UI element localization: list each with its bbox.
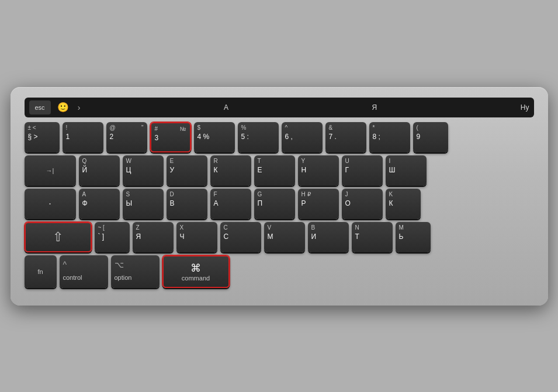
key-s[interactable]: S Ы [123,189,164,219]
key-1[interactable]: ! 1 [63,122,103,152]
key-c[interactable]: C С [220,222,261,252]
key-control[interactable]: ^ control [60,255,108,288]
key-command[interactable]: ⌘ command [162,255,230,288]
key-k[interactable]: K К [386,189,421,219]
row-modifiers: fn ^ control ⌥ option ⌘ command [25,255,534,288]
key-3[interactable]: # № 3 [150,122,191,152]
key-u[interactable]: U Г [342,155,383,186]
keyboard: esc 🙂 › A Я Ну ± < § > ! 1 @ " 2 [11,87,548,306]
row-qwerty: →| Q Й W Ц E У R К T Е Y [25,155,534,186]
key-section[interactable]: ± < § > [25,122,60,152]
key-7[interactable]: & 7 . [325,122,366,152]
key-9[interactable]: ( 9 [413,122,448,152]
keyboard-rows: ± < § > ! 1 @ " 2 # № 3 $ 4 [25,122,534,288]
key-tab[interactable]: →| [25,155,76,186]
key-capslock[interactable]: · [25,189,76,219]
key-t[interactable]: T Е [254,155,295,186]
key-y[interactable]: Y Н [298,155,339,186]
tb-emoji[interactable]: 🙂 [54,102,72,113]
key-option[interactable]: ⌥ option [111,255,160,288]
key-n[interactable]: N Т [352,222,393,252]
key-2[interactable]: @ " 2 [106,122,147,152]
tb-chevron: › [78,103,81,112]
tb-nu: Ну [521,103,529,112]
key-w[interactable]: W Ц [123,155,164,186]
tb-a: A [224,103,228,112]
key-e[interactable]: E У [167,155,207,186]
key-8[interactable]: * 8 ; [369,122,410,152]
tb-ya: Я [372,103,377,112]
key-z[interactable]: Z Я [133,222,174,252]
tb-esc[interactable]: esc [29,100,51,115]
key-v[interactable]: V М [264,222,305,252]
key-a[interactable]: A Ф [79,189,120,219]
row-zxcv: ⇧ ~ [ ` ] Z Я X Ч C С V М B [25,222,534,252]
key-backtick[interactable]: ~ [ ` ] [95,222,130,252]
key-j[interactable]: J О [342,189,383,219]
key-i[interactable]: I Ш [386,155,427,186]
key-h[interactable]: H ₽ Р [298,189,339,219]
key-f[interactable]: F А [210,189,251,219]
key-q[interactable]: Q Й [79,155,120,186]
touch-bar: esc 🙂 › A Я Ну [25,98,534,117]
key-6[interactable]: ^ 6 , [282,122,323,152]
key-m[interactable]: M Ь [396,222,431,252]
key-left-shift[interactable]: ⇧ [25,222,92,252]
key-d[interactable]: D В [167,189,207,219]
key-b[interactable]: B И [308,222,349,252]
row-numbers: ± < § > ! 1 @ " 2 # № 3 $ 4 [25,122,534,152]
key-4[interactable]: $ 4 % [194,122,235,152]
key-x[interactable]: X Ч [176,222,217,252]
key-r[interactable]: R К [210,155,251,186]
key-g[interactable]: G П [254,189,295,219]
key-5[interactable]: % 5 : [238,122,279,152]
row-asdf: · A Ф S Ы D В F А G П H ₽ [25,189,534,219]
key-fn[interactable]: fn [25,255,57,288]
